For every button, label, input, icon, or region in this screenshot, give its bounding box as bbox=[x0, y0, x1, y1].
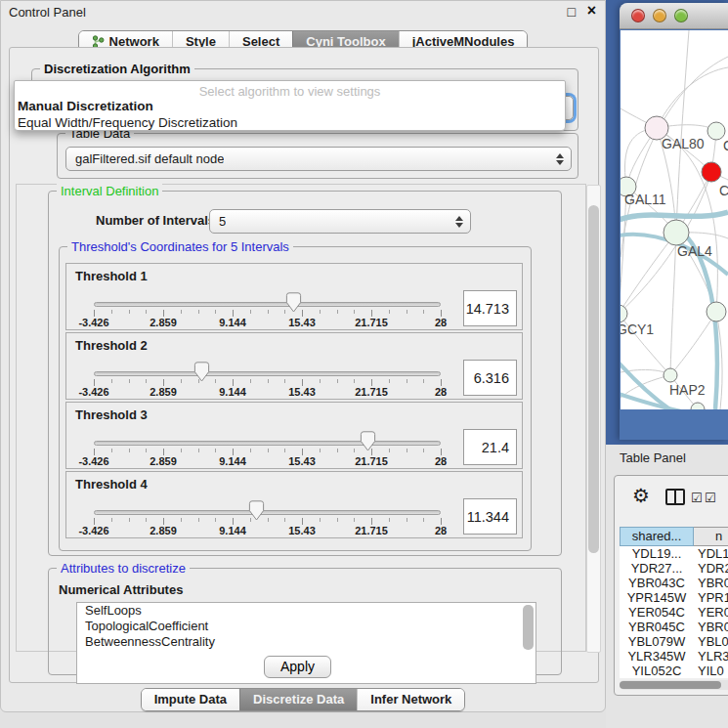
table-data-combobox[interactable]: galFiltered.sif default node bbox=[65, 147, 572, 171]
threshold-2-box: Threshold 2-3.4262.8599.14415.4321.71528… bbox=[65, 332, 523, 400]
gear-icon[interactable]: ⚙ bbox=[632, 484, 650, 507]
table-horizontal-scrollbar bbox=[620, 680, 728, 690]
discretization-algorithm-title: Discretization Algorithm bbox=[40, 62, 194, 76]
thresholds-group-title: Threshold's Coordinates for 5 Intervals bbox=[67, 239, 293, 254]
checkbox-checked-icon[interactable]: ☑ bbox=[691, 491, 703, 505]
tab-discretize-data[interactable]: Discretize Data bbox=[239, 689, 357, 710]
table-row[interactable]: YDR27...YDR2 bbox=[620, 561, 728, 576]
node-label-ga: GA bbox=[723, 138, 728, 153]
slider-tick-labels: -3.4262.8599.14415.4321.71528 bbox=[94, 525, 441, 536]
interval-definition-title: Interval Definition bbox=[57, 184, 162, 198]
threshold-1-box: Threshold 1-3.4262.8599.14415.4321.71528… bbox=[65, 263, 523, 330]
column-header-name[interactable]: n bbox=[694, 527, 728, 546]
tab-impute-data[interactable]: Impute Data bbox=[142, 689, 239, 710]
node-label-gcy1: GCY1 bbox=[621, 321, 654, 337]
thresholds-group: Threshold's Coordinates for 5 Intervals … bbox=[59, 246, 532, 551]
threshold-2-slider-track[interactable] bbox=[94, 371, 441, 376]
tick-label: 2.859 bbox=[150, 317, 177, 328]
table-scrollbar-thumb[interactable] bbox=[620, 681, 721, 689]
network-graph: GAL80GACGAL11GAL4GCY1HHAP2 bbox=[621, 30, 728, 409]
table-row[interactable]: YBR045CYBR0 bbox=[620, 620, 728, 634]
table-row[interactable]: YLR345WYLR3 bbox=[620, 649, 728, 664]
table-row[interactable]: YBL079WYBL0 bbox=[620, 634, 728, 649]
network-node-hap2[interactable] bbox=[664, 368, 677, 382]
mac-close-button[interactable] bbox=[631, 9, 645, 22]
slider-tick-labels: -3.4262.8599.14415.4321.71528 bbox=[94, 455, 441, 467]
app-root: Control Panel □ × NetworkStyleSelectCyni… bbox=[0, 0, 728, 728]
checkbox-checked-icon[interactable]: ☑ bbox=[705, 491, 716, 505]
split-columns-icon[interactable] bbox=[665, 489, 685, 505]
cell-name: YBR0 bbox=[694, 576, 728, 590]
apply-button[interactable]: Apply bbox=[264, 656, 331, 678]
network-node-gal4[interactable] bbox=[664, 220, 689, 245]
attribute-topologicalcoefficient[interactable]: TopologicalCoefficient bbox=[77, 619, 535, 634]
tick-label: -3.426 bbox=[78, 455, 108, 467]
tick-label: 28 bbox=[435, 525, 447, 536]
table-row[interactable]: YIL052CYIL0 bbox=[620, 664, 728, 678]
tick-label: 9.144 bbox=[219, 525, 246, 536]
table-row[interactable]: YDL19...YDL1 bbox=[620, 546, 728, 561]
threshold-3-slider-track[interactable] bbox=[94, 441, 441, 446]
cell-name: YPR1 bbox=[694, 590, 728, 605]
float-window-icon[interactable]: □ bbox=[568, 4, 576, 20]
network-edge bbox=[670, 233, 676, 375]
table-data-group: Table Data galFiltered.sif default node bbox=[57, 133, 578, 179]
slider-tick-labels: -3.4262.8599.14415.4321.71528 bbox=[94, 317, 441, 328]
cell-shared-name: YLR345W bbox=[620, 649, 694, 664]
close-window-icon[interactable]: × bbox=[587, 2, 596, 20]
threshold-3-label: Threshold 3 bbox=[75, 407, 148, 422]
threshold-4-value-field[interactable]: 11.344 bbox=[463, 498, 517, 535]
number-of-intervals-label: Number of Intervals bbox=[96, 213, 215, 228]
control-panel-window: Control Panel □ × NetworkStyleSelectCyni… bbox=[0, 0, 606, 712]
right-panel-area: GAL80GACGAL11GAL4GCY1HHAP2 Table Panel ⚙… bbox=[606, 0, 728, 728]
number-of-intervals-combobox[interactable]: 5 bbox=[209, 209, 471, 234]
algorithm-option-manual-discretization[interactable]: Manual Discretization bbox=[17, 98, 563, 114]
threshold-4-slider-track[interactable] bbox=[94, 510, 441, 515]
network-edge bbox=[676, 30, 689, 233]
mac-minimize-button[interactable] bbox=[653, 9, 666, 22]
tab-infer-network-label: Infer Network bbox=[370, 692, 451, 707]
tab-infer-network[interactable]: Infer Network bbox=[357, 689, 464, 710]
tab-impute-data-label: Impute Data bbox=[154, 692, 227, 707]
cell-shared-name: YER054C bbox=[620, 605, 694, 620]
control-panel-title: Control Panel bbox=[9, 5, 86, 20]
node-label-gal4: GAL4 bbox=[677, 243, 712, 259]
attribute-betweennesscentrality[interactable]: BetweennessCentrality bbox=[77, 634, 535, 650]
cell-name: YIL0 bbox=[694, 664, 728, 678]
threshold-3-value-field[interactable]: 21.4 bbox=[463, 429, 517, 465]
node-table: shared... n YDL19...YDL1YDR27...YDR2YBR0… bbox=[620, 527, 728, 678]
threshold-1-slider-track[interactable] bbox=[94, 302, 441, 307]
table-row[interactable]: YBR043CYBR0 bbox=[620, 576, 728, 590]
network-edge bbox=[670, 312, 716, 375]
numerical-attributes-label: Numerical Attributes bbox=[59, 582, 183, 597]
tick-label: 21.715 bbox=[355, 525, 388, 536]
tick-label: 15.43 bbox=[288, 525, 316, 536]
attribute-selfloops[interactable]: SelfLoops bbox=[77, 603, 535, 619]
network-window-titlebar bbox=[620, 3, 728, 29]
threshold-1-value-field[interactable]: 14.713 bbox=[463, 290, 517, 326]
tick-label: 28 bbox=[435, 386, 447, 398]
network-node-h[interactable] bbox=[707, 302, 726, 321]
algorithm-option-equal-width-frequency-discretization[interactable]: Equal Width/Frequency Discretization bbox=[17, 114, 563, 131]
table-panel: ⚙ ☑ ☑ shared... n YDL19...YDL1YDR27...YD… bbox=[614, 475, 728, 696]
network-node-c[interactable] bbox=[702, 162, 721, 182]
tick-label: 15.43 bbox=[288, 386, 316, 398]
mac-zoom-button[interactable] bbox=[674, 9, 688, 22]
network-view-window: GAL80GACGAL11GAL4GCY1HHAP2 bbox=[620, 3, 728, 440]
threshold-2-value-field[interactable]: 6.316 bbox=[463, 360, 517, 396]
column-header-shared-name[interactable]: shared... bbox=[620, 527, 694, 546]
tick-label: 28 bbox=[435, 317, 447, 328]
tick-label: 9.144 bbox=[219, 317, 246, 328]
table-row[interactable]: YER054CYER0 bbox=[620, 605, 728, 620]
attributes-list-scrollbar[interactable] bbox=[523, 605, 534, 650]
algorithm-popup-placeholder: Select algorithm to view settings bbox=[15, 84, 565, 99]
threshold-4-label: Threshold 4 bbox=[75, 477, 148, 492]
network-canvas[interactable]: GAL80GACGAL11GAL4GCY1HHAP2 bbox=[621, 30, 728, 409]
threshold-3-box: Threshold 3-3.4262.8599.14415.4321.71528… bbox=[65, 402, 523, 469]
cell-name: YDR2 bbox=[694, 561, 728, 576]
table-row[interactable]: YPR145WYPR1 bbox=[620, 590, 728, 605]
network-node-gcy1[interactable] bbox=[621, 305, 627, 322]
settings-scrollbar-thumb[interactable] bbox=[588, 205, 599, 553]
tick-label: 21.715 bbox=[355, 455, 388, 467]
tab-discretize-data-label: Discretize Data bbox=[253, 692, 344, 707]
